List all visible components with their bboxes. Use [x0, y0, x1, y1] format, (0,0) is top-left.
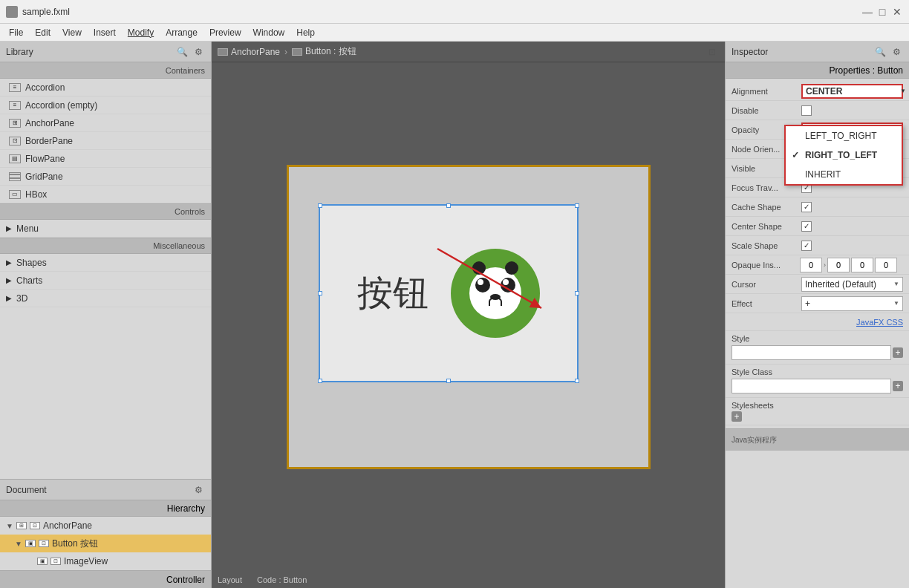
effect-row: Effect + [726, 294, 909, 313]
title-bar-left: sample.fxml [6, 6, 70, 18]
menu-edit[interactable]: Edit [29, 26, 56, 39]
list-item[interactable]: ⊞ AnchorPane [0, 114, 211, 132]
button-preview[interactable]: 按钮 [319, 204, 579, 382]
inset-arrow-icon: › [824, 261, 826, 269]
library-settings-icon[interactable]: ⚙ [192, 45, 205, 59]
menu-file[interactable]: File [3, 26, 29, 39]
maximize-button[interactable]: □ [876, 6, 888, 18]
anchorpane-icon: ⊞ [9, 119, 21, 128]
menu-insert[interactable]: Insert [88, 26, 122, 39]
stylesheets-section: Stylesheets + [726, 398, 909, 425]
disable-label: Disable [732, 106, 798, 115]
hbox-label: HBox [25, 189, 47, 200]
menu-modify[interactable]: Modify [122, 26, 160, 39]
center-shape-checkbox[interactable] [801, 221, 812, 232]
effect-value[interactable]: + [801, 296, 903, 311]
shapes-label: Shapes [16, 258, 47, 268]
cache-shape-checkbox[interactable] [801, 202, 812, 212]
close-button[interactable]: ✕ [891, 6, 903, 18]
style-input[interactable] [732, 345, 891, 360]
library-search-icon[interactable]: 🔍 [175, 45, 189, 59]
dropdown-inherit[interactable]: INHERIT [786, 165, 902, 184]
charts-row[interactable]: ▶ Charts [0, 272, 211, 290]
list-item[interactable]: ⊡ BorderPane [0, 132, 211, 150]
list-item[interactable]: ▭ HBox [0, 186, 211, 203]
javafx-css-link[interactable]: JavaFX CSS [856, 318, 903, 327]
inspector-settings-icon[interactable]: ⚙ [890, 45, 903, 59]
opaque-inset-0[interactable]: 0 [800, 258, 822, 272]
shapes-row[interactable]: ▶ Shapes [0, 254, 211, 272]
panda-ear-left [472, 261, 486, 275]
document-settings-icon[interactable]: ⚙ [192, 483, 205, 497]
dropdown-left-to-right[interactable]: LEFT_TO_RIGHT [786, 126, 902, 146]
watermark-text: Java实例程序 [732, 435, 777, 445]
style-section: Style + [726, 331, 909, 365]
menu-preview[interactable]: Preview [203, 26, 247, 39]
effect-label: Effect [732, 299, 798, 308]
sel-handle-tl [318, 203, 322, 208]
inherit-label: INHERIT [805, 169, 841, 180]
layout-link[interactable]: Layout [218, 575, 242, 584]
tree-item-anchorpane[interactable]: ▼ ⊞ ⊡ AnchorPane [0, 517, 211, 535]
threeD-row[interactable]: ▶ 3D [0, 290, 211, 307]
list-item[interactable]: ▤ FlowPane [0, 150, 211, 168]
sel-handle-br [575, 379, 579, 383]
opaque-inset-1[interactable]: 0 [827, 258, 850, 272]
alignment-label: Alignment [732, 87, 798, 96]
library-header: Library 🔍 ⚙ [0, 42, 211, 62]
panda-eye-left [475, 278, 490, 293]
dropdown-right-to-left[interactable]: ✓ RIGHT_TO_LEFT [786, 146, 902, 165]
center-shape-label: Center Shape [732, 222, 798, 231]
tree-item-imageview[interactable]: ▣ ⊡ ImageView [0, 552, 211, 570]
sel-handle-ml [318, 291, 322, 295]
containers-label: Containers [166, 66, 205, 75]
flowpane-label: FlowPane [25, 154, 65, 164]
code-link[interactable]: Code : Button [257, 575, 307, 584]
accordion-empty-icon: ≡ [9, 101, 21, 110]
menu-arrange[interactable]: Arrange [160, 26, 203, 39]
scale-shape-row: Scale Shape [726, 236, 909, 255]
menu-help[interactable]: Help [290, 26, 321, 39]
breadcrumb-root-icon [218, 48, 228, 56]
minimize-button[interactable]: — [861, 6, 873, 18]
gridpane-icon [9, 172, 21, 181]
menu-row[interactable]: ▶ Menu [0, 220, 211, 238]
menu-bar: File Edit View Insert Modify Arrange Pre… [0, 24, 909, 42]
cache-shape-row: Cache Shape [726, 197, 909, 217]
style-plus-button[interactable]: + [893, 347, 903, 358]
accordion-icon: ≡ [9, 83, 21, 92]
opaque-inset-3[interactable]: 0 [875, 258, 897, 272]
style-class-input[interactable] [732, 379, 891, 393]
menu-arrow-icon: ▶ [6, 224, 12, 232]
list-item[interactable]: ≡ Accordion [0, 79, 211, 97]
anchorpane-tree-icon2: ⊡ [30, 522, 40, 529]
breadcrumb-child-icon [292, 48, 302, 56]
scale-shape-checkbox[interactable] [801, 241, 812, 251]
menu-window[interactable]: Window [247, 26, 291, 39]
inspector-header: Inspector 🔍 ⚙ [726, 42, 909, 62]
anchorpane-label: AnchorPane [25, 118, 74, 128]
disable-checkbox[interactable] [801, 105, 812, 116]
threeD-label: 3D [16, 293, 27, 304]
alignment-row: Alignment CENTER ▼ [726, 82, 909, 101]
opaque-inset-2[interactable]: 0 [851, 258, 873, 272]
window-title: sample.fxml [22, 7, 70, 17]
stylesheets-plus-button[interactable]: + [732, 411, 742, 422]
canvas-settings-icon[interactable]: ⊡ [706, 45, 719, 59]
inspector-icons: 🔍 ⚙ [873, 45, 903, 59]
opaque-insets-row: Opaque Ins... 0 › 0 0 0 [726, 255, 909, 275]
panda-face [469, 267, 521, 319]
list-item[interactable]: ≡ Accordion (empty) [0, 97, 211, 114]
hbox-icon: ▭ [9, 190, 21, 199]
window-controls[interactable]: — □ ✕ [861, 6, 903, 18]
style-class-plus-button[interactable]: + [893, 381, 903, 391]
inspector-search-icon[interactable]: 🔍 [873, 45, 887, 59]
alignment-value[interactable]: CENTER ▼ [801, 84, 903, 99]
cursor-value[interactable]: Inherited (Default) [801, 277, 903, 292]
tree-item-button[interactable]: ▼ ▣ ⊡ Button 按钮 [0, 535, 211, 552]
list-item[interactable]: GridPane [0, 168, 211, 186]
breadcrumb-root[interactable]: AnchorPane [218, 47, 280, 57]
breadcrumb-child[interactable]: Button : 按钮 [292, 45, 356, 58]
menu-view[interactable]: View [56, 26, 88, 39]
button-expand-icon: ▼ [15, 540, 24, 548]
